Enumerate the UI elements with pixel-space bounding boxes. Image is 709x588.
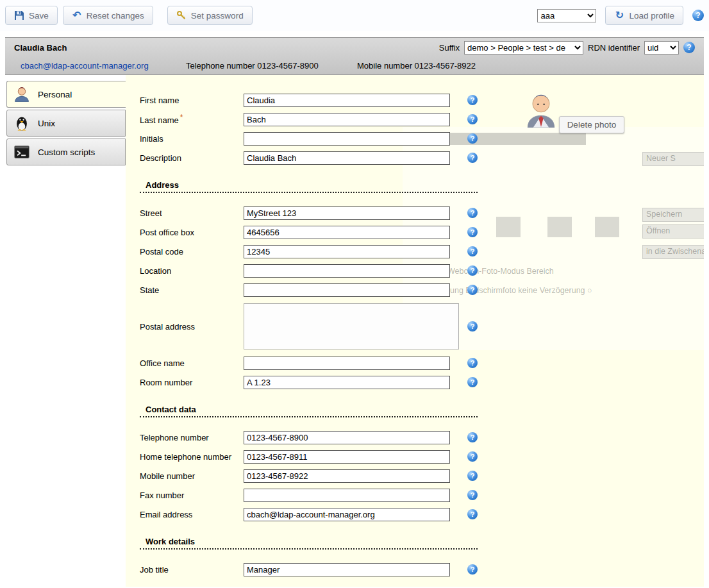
room-number-input[interactable] — [244, 376, 450, 389]
form-row-home-telephone: Home telephone number ? — [140, 447, 704, 466]
help-icon[interactable]: ? — [467, 133, 478, 144]
suffix-label: Suffix — [439, 43, 460, 53]
help-icon[interactable]: ? — [467, 95, 478, 105]
street-input[interactable] — [244, 206, 450, 220]
suffix-rdn-group: Suffix demo > People > test > de RDN ide… — [439, 41, 695, 55]
postal-code-label: Postal code — [140, 247, 244, 256]
po-box-label: Post office box — [140, 228, 244, 237]
first-name-input[interactable] — [244, 94, 450, 107]
tab-personal[interactable]: Personal — [6, 81, 126, 108]
office-name-input[interactable] — [244, 357, 450, 370]
form-row-office-name: Office name ? — [140, 353, 704, 373]
help-icon[interactable]: ? — [467, 432, 478, 442]
help-icon[interactable]: ? — [467, 377, 478, 387]
help-icon[interactable]: ? — [467, 246, 478, 256]
help-icon[interactable]: ? — [467, 208, 478, 218]
state-label: State — [140, 285, 244, 295]
postal-address-label: Postal address — [140, 322, 244, 332]
account-email-link[interactable]: cbach@ldap-account-manager.org — [21, 61, 186, 71]
telephone-input[interactable] — [244, 431, 450, 444]
description-input[interactable] — [244, 151, 450, 165]
home-telephone-input[interactable] — [244, 450, 450, 464]
last-name-input[interactable] — [244, 113, 450, 126]
section-header-contact-data: Contact data — [140, 405, 478, 417]
help-icon[interactable]: ? — [467, 490, 478, 500]
tab-custom-scripts-label: Custom scripts — [38, 147, 95, 157]
help-icon[interactable]: ? — [467, 471, 478, 481]
account-header: Claudia Bach Suffix demo > People > test… — [5, 37, 704, 75]
home-telephone-label: Home telephone number — [140, 452, 244, 462]
tux-penguin-icon — [12, 113, 31, 133]
photo-block: Delete photo — [526, 89, 624, 133]
undo-arrow-icon: ↶ — [72, 10, 82, 21]
job-title-label: Job title — [140, 565, 244, 575]
help-icon[interactable]: ? — [467, 285, 478, 295]
form-row-postal-code: Postal code ? — [140, 242, 704, 261]
help-icon[interactable]: ? — [467, 509, 478, 519]
postal-code-input[interactable] — [244, 245, 450, 258]
postal-address-textarea[interactable] — [244, 303, 459, 349]
fax-input[interactable] — [244, 489, 450, 502]
mobile-label: Mobile number — [140, 471, 244, 481]
mobile-input[interactable] — [244, 469, 450, 483]
form-row-telephone: Telephone number ? — [140, 428, 704, 447]
refresh-icon: ↻ — [614, 10, 624, 21]
load-profile-button[interactable]: ↻ Load profile — [605, 6, 683, 25]
save-button[interactable]: Save — [5, 6, 58, 25]
help-icon[interactable]: ? — [467, 227, 478, 237]
form-row-postal-address: Postal address ? — [140, 299, 704, 353]
last-name-label: Last name* — [140, 113, 244, 125]
set-password-button[interactable]: Set password — [167, 6, 253, 25]
personal-form: Neuer S Speichern Öffnen in die Zwischen… — [126, 75, 704, 587]
state-input[interactable] — [244, 283, 450, 297]
last-name-label-text: Last name — [140, 116, 179, 126]
account-title: Claudia Bach — [14, 43, 67, 53]
account-mobile-text: Mobile number 0123-4567-8922 — [357, 61, 476, 71]
tab-unix-label: Unix — [38, 119, 55, 128]
fax-label: Fax number — [140, 491, 244, 500]
delete-photo-button[interactable]: Delete photo — [559, 116, 625, 133]
tab-custom-scripts[interactable]: Custom scripts — [6, 139, 126, 165]
account-header-row1: Claudia Bach Suffix demo > People > test… — [5, 38, 704, 57]
help-icon[interactable]: ? — [467, 564, 478, 575]
header-help-icon[interactable]: ? — [683, 42, 695, 53]
reset-changes-label: Reset changes — [87, 11, 144, 21]
section-header-work-details: Work details — [140, 537, 478, 550]
person-icon — [12, 85, 31, 104]
set-password-label: Set password — [191, 11, 244, 21]
telephone-label: Telephone number — [140, 433, 244, 442]
save-button-label: Save — [29, 11, 49, 21]
suffix-select[interactable]: demo > People > test > de — [464, 41, 583, 55]
form-row-street: Street ? — [140, 203, 704, 223]
initials-input[interactable] — [244, 132, 450, 146]
help-icon[interactable]: ? — [467, 451, 478, 462]
profile-select[interactable]: aaa — [537, 9, 596, 22]
help-icon[interactable]: ? — [467, 321, 478, 332]
key-icon — [176, 10, 187, 21]
toolbar: Save ↶ Reset changes Set password aaa ↻ … — [0, 0, 709, 31]
tab-unix[interactable]: Unix — [6, 110, 126, 137]
po-box-input[interactable] — [244, 226, 450, 239]
email-input[interactable] — [244, 508, 450, 521]
user-photo — [526, 89, 556, 128]
help-icon[interactable]: ? — [467, 114, 478, 124]
location-label: Location — [140, 266, 244, 276]
load-profile-label: Load profile — [629, 11, 674, 21]
reset-changes-button[interactable]: ↶ Reset changes — [63, 6, 153, 25]
help-icon[interactable]: ? — [467, 358, 478, 368]
form-row-room-number: Room number ? — [140, 373, 704, 392]
job-title-input[interactable] — [244, 563, 450, 576]
help-icon[interactable]: ? — [467, 153, 478, 163]
account-header-row2: cbach@ldap-account-manager.org Telephone… — [5, 57, 704, 74]
street-label: Street — [140, 208, 244, 218]
form-row-location: Location ? — [140, 261, 704, 280]
initials-label: Initials — [140, 134, 244, 144]
help-icon[interactable]: ? — [467, 265, 478, 276]
required-asterisk: * — [180, 113, 183, 122]
rdn-select[interactable]: uid — [644, 41, 679, 55]
room-number-label: Room number — [140, 378, 244, 387]
form-row-email: Email address ? — [140, 505, 704, 524]
form-row-job-title: Job title ? — [140, 560, 704, 579]
toolbar-help-icon[interactable]: ? — [692, 10, 704, 21]
location-input[interactable] — [244, 264, 450, 278]
